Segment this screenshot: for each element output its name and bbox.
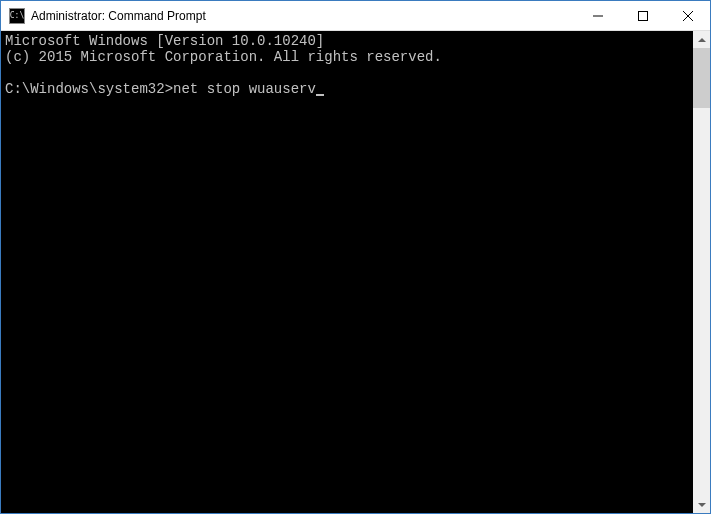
version-line: Microsoft Windows [Version 10.0.10240] (5, 33, 324, 49)
maximize-icon (638, 11, 648, 21)
vertical-scrollbar[interactable] (693, 31, 710, 513)
scroll-down-button[interactable] (693, 496, 710, 513)
prompt-text: C:\Windows\system32> (5, 81, 173, 97)
chevron-down-icon (698, 503, 706, 507)
close-button[interactable] (665, 1, 710, 30)
command-prompt-window: C:\ Administrator: Command Prompt Mi (0, 0, 711, 514)
close-icon (683, 11, 693, 21)
svg-marker-5 (698, 503, 706, 507)
command-input[interactable]: net stop wuauserv (173, 81, 316, 97)
terminal-output[interactable]: Microsoft Windows [Version 10.0.10240] (… (1, 31, 693, 513)
svg-rect-1 (638, 11, 647, 20)
content-area: Microsoft Windows [Version 10.0.10240] (… (1, 31, 710, 513)
titlebar[interactable]: C:\ Administrator: Command Prompt (1, 1, 710, 31)
minimize-icon (593, 11, 603, 21)
minimize-button[interactable] (575, 1, 620, 30)
app-icon: C:\ (9, 8, 25, 24)
maximize-button[interactable] (620, 1, 665, 30)
cursor-icon (316, 94, 324, 96)
chevron-up-icon (698, 38, 706, 42)
scroll-up-button[interactable] (693, 31, 710, 48)
scroll-track[interactable] (693, 48, 710, 496)
copyright-line: (c) 2015 Microsoft Corporation. All righ… (5, 49, 442, 65)
svg-marker-4 (698, 38, 706, 42)
scroll-thumb[interactable] (693, 48, 710, 108)
window-title: Administrator: Command Prompt (31, 9, 575, 23)
window-controls (575, 1, 710, 30)
